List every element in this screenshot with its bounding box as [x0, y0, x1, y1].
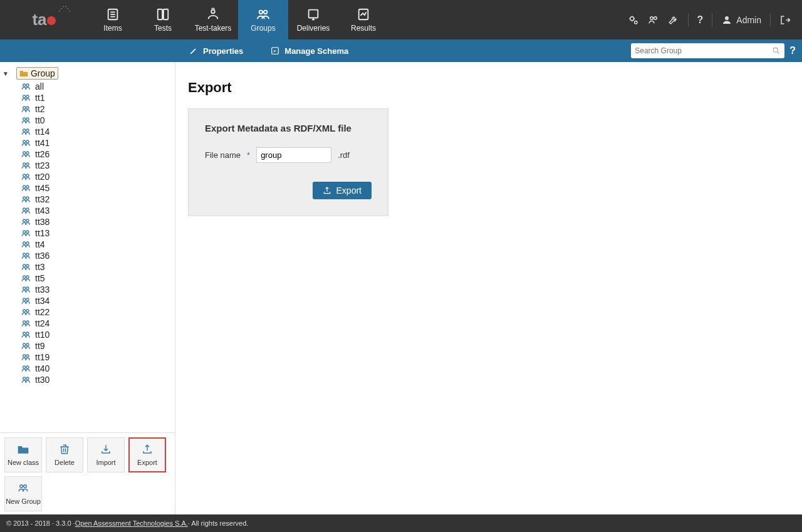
tree-item-label: tt36: [35, 251, 49, 261]
tree-item[interactable]: tt19: [21, 352, 172, 363]
tree-item[interactable]: tt40: [21, 363, 172, 374]
tree-item[interactable]: tt32: [21, 194, 172, 205]
group-small-icon: [21, 150, 31, 158]
manage-schema-button[interactable]: Manage Schema: [257, 46, 362, 56]
svg-point-76: [24, 485, 27, 488]
group-small-icon: [21, 229, 31, 237]
svg-point-6: [211, 9, 215, 13]
tree-item-label: tt43: [35, 206, 49, 216]
svg-point-12: [634, 21, 637, 24]
svg-point-45: [23, 231, 26, 233]
search-group-box[interactable]: [631, 43, 784, 58]
tree-item[interactable]: tt14: [21, 126, 172, 137]
new-class-button[interactable]: New class: [4, 437, 42, 472]
main: ▼ Group alltt1tt2tt0tt14tt41tt26tt23tt20…: [0, 62, 802, 516]
action-label: New class: [8, 459, 39, 466]
pencil-icon: [189, 46, 198, 55]
tree-item[interactable]: tt24: [21, 318, 172, 329]
nav-tests-tab[interactable]: Tests: [138, 0, 188, 39]
tree-item-label: tt5: [35, 273, 45, 283]
tree-item[interactable]: tt45: [21, 182, 172, 194]
results-icon: [357, 8, 370, 21]
tree-item[interactable]: tt33: [21, 284, 172, 295]
top-right: ? Admin: [628, 13, 802, 27]
subbar-help-icon[interactable]: ?: [789, 45, 796, 56]
tree-item-label: tt19: [35, 352, 49, 362]
help-icon[interactable]: ?: [697, 14, 704, 26]
svg-point-41: [23, 208, 26, 211]
search-input[interactable]: [635, 46, 772, 55]
tree-item[interactable]: tt5: [21, 273, 172, 284]
users-icon[interactable]: [648, 14, 659, 26]
group-small-icon: [21, 162, 31, 169]
tree-item[interactable]: tt20: [21, 171, 172, 182]
folder-plus-icon: [17, 444, 29, 455]
footer-company-link[interactable]: Open Assessment Technologies S.A.: [75, 519, 188, 527]
properties-button[interactable]: Properties: [175, 46, 257, 56]
svg-point-63: [23, 332, 26, 335]
export-btn-label: Export: [336, 185, 362, 196]
tree-item[interactable]: tt3: [21, 261, 172, 273]
tree-root-group[interactable]: Group: [16, 67, 58, 80]
export-button[interactable]: Export: [128, 437, 166, 472]
tree-item[interactable]: tt36: [21, 250, 172, 261]
svg-point-8: [264, 10, 268, 13]
settings-icon[interactable]: [628, 14, 639, 26]
testtakers-icon: [206, 8, 220, 21]
nav-items-tab[interactable]: Items: [88, 0, 138, 39]
svg-point-40: [26, 197, 29, 199]
svg-point-35: [23, 174, 26, 177]
nav-results-tab[interactable]: Results: [338, 0, 388, 39]
tree-item-label: tt30: [35, 375, 49, 385]
tree-item[interactable]: tt26: [21, 149, 172, 160]
delete-button[interactable]: Delete: [46, 437, 83, 472]
nav-deliveries-tab[interactable]: Deliveries: [288, 0, 338, 39]
import-icon: [100, 444, 112, 455]
new-group-button[interactable]: New Group: [4, 476, 42, 511]
tree-item[interactable]: tt22: [21, 306, 172, 318]
sidebar: ▼ Group alltt1tt2tt0tt14tt41tt26tt23tt20…: [0, 62, 175, 516]
nav-groups-tab[interactable]: Groups: [238, 0, 288, 39]
svg-point-66: [26, 343, 29, 346]
tree-item[interactable]: tt41: [21, 137, 172, 149]
tree-item[interactable]: tt30: [21, 374, 172, 385]
svg-point-56: [26, 287, 29, 289]
tree-item-label: tt1: [35, 93, 45, 103]
svg-point-60: [26, 310, 29, 312]
group-small-icon: [21, 105, 31, 113]
logo[interactable]: ta⋰⋱: [0, 1, 88, 39]
svg-point-54: [26, 276, 29, 278]
tree-item[interactable]: tt38: [21, 216, 172, 227]
export-icon: [141, 444, 154, 455]
filename-input[interactable]: [256, 147, 331, 163]
nav-testtakers-tab[interactable]: Test-takers: [188, 0, 238, 39]
tree-item[interactable]: tt2: [21, 103, 172, 115]
svg-point-21: [23, 95, 26, 98]
tree-item[interactable]: tt10: [21, 329, 172, 340]
group-small-icon: [21, 218, 31, 226]
svg-point-69: [23, 366, 26, 368]
tree-item[interactable]: all: [21, 81, 172, 92]
tree-item[interactable]: tt34: [21, 295, 172, 306]
nav-label: Items: [103, 24, 122, 33]
export-submit-button[interactable]: Export: [313, 182, 372, 199]
wrench-icon[interactable]: [668, 14, 679, 26]
tree-item[interactable]: tt13: [21, 227, 172, 239]
tree-item[interactable]: tt23: [21, 160, 172, 171]
tree-caret-icon[interactable]: ▼: [3, 70, 9, 77]
logout-icon[interactable]: [779, 14, 791, 26]
tree-item-label: tt26: [35, 149, 49, 159]
tree-item[interactable]: tt43: [21, 205, 172, 216]
import-button[interactable]: Import: [87, 437, 125, 472]
search-icon[interactable]: [772, 46, 781, 55]
tree-item-label: tt9: [35, 341, 45, 351]
tree-item[interactable]: tt9: [21, 340, 172, 352]
tree-item-label: tt2: [35, 104, 45, 114]
admin-button[interactable]: Admin: [721, 14, 761, 26]
svg-point-67: [23, 355, 26, 357]
tree-item[interactable]: tt0: [21, 115, 172, 126]
group-small-icon: [21, 320, 31, 327]
tree-item[interactable]: tt1: [21, 92, 172, 103]
tree-item[interactable]: tt4: [21, 239, 172, 250]
filename-label: File name: [205, 150, 241, 160]
